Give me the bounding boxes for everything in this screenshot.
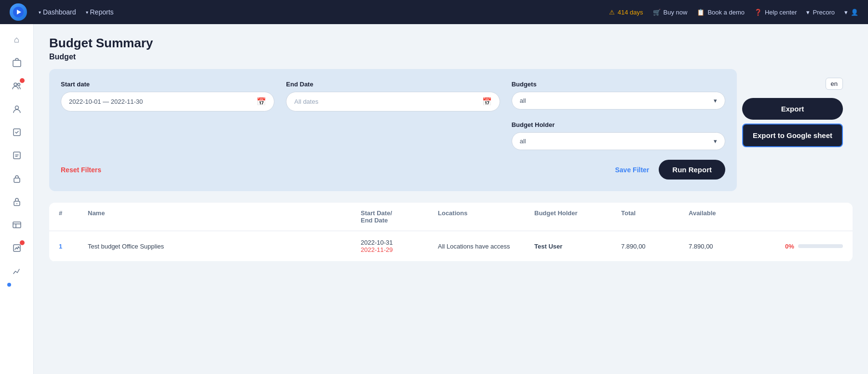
col-number: # (59, 209, 88, 224)
top-nav: ▾ Dashboard ▾ Reports ⚠ 414 days 🛒 Buy n… (0, 0, 868, 24)
book-demo-link[interactable]: 📋 Book a demo (697, 9, 745, 16)
export-button[interactable]: Export (742, 98, 843, 120)
trial-warning: ⚠ 414 days (609, 9, 643, 16)
sidebar-item-team[interactable] (7, 99, 27, 119)
trial-days: 414 days (618, 9, 643, 16)
budgets-chevron-icon: ▾ (714, 97, 717, 104)
users-badge (20, 78, 25, 83)
nav-right: ⚠ 414 days 🛒 Buy now 📋 Book a demo ❓ Hel… (609, 9, 858, 16)
row-budget-holder: Test User (534, 243, 621, 250)
end-date-label: End Date (286, 81, 500, 88)
sidebar-item-table[interactable] (7, 215, 27, 235)
user-icon-btn[interactable]: ▾ 👤 (844, 9, 858, 16)
sidebar-item-reports[interactable] (7, 146, 27, 165)
table-body: 1 Test budget Office Supplies 2022-10-31… (49, 231, 853, 262)
filter-panel: Start date 2022-10-01 — 2022-11-30 📅 End… (49, 69, 737, 191)
start-date-label: Start date (61, 81, 274, 88)
sidebar-item-lock[interactable] (7, 169, 27, 188)
col-budget-holder: Budget Holder (534, 209, 621, 224)
nav-reports[interactable]: ▾ Reports (86, 8, 114, 16)
start-date-calendar-icon: 📅 (257, 97, 266, 106)
table-row: 1 Test budget Office Supplies 2022-10-31… (49, 231, 853, 262)
svg-point-10 (16, 203, 17, 204)
section-title: Budget (49, 53, 853, 61)
svg-rect-8 (14, 178, 20, 182)
row-id[interactable]: 1 (59, 243, 88, 250)
filter-actions: Reset Filters Save Filter Run Report (61, 160, 725, 180)
help-icon: ❓ (754, 9, 762, 16)
account-chevron: ▾ (806, 9, 810, 16)
analytics-badge (20, 240, 25, 245)
help-center-label: Help center (765, 9, 797, 16)
end-date-input[interactable]: All dates 📅 (286, 92, 500, 111)
sidebar-item-tasks[interactable] (7, 123, 27, 142)
col-dates: Start Date/End Date (361, 209, 438, 224)
end-date-placeholder: All dates (294, 98, 318, 105)
sidebar-item-purchase[interactable] (7, 53, 27, 72)
help-center-link[interactable]: ❓ Help center (754, 9, 797, 16)
sidebar-item-chart[interactable] (7, 262, 27, 281)
dashboard-chevron: ▾ (39, 10, 41, 15)
row-total: 7.890,00 (621, 243, 689, 250)
budget-holder-label: Budget Holder (512, 121, 725, 128)
buy-now-link[interactable]: 🛒 Buy now (653, 9, 688, 16)
account-menu[interactable]: ▾ Precoro (806, 9, 835, 16)
main-content: Budget Summary Budget Start date 2022-10… (34, 24, 868, 374)
export-panel: Export Export to Google sheet (742, 98, 843, 147)
row-end-date: 2022-11-29 (361, 246, 438, 253)
svg-point-5 (15, 106, 18, 110)
nav-dashboard[interactable]: ▾ Dashboard (39, 8, 76, 16)
svg-rect-2 (13, 60, 21, 67)
budgets-group: Budgets all ▾ (512, 81, 725, 111)
filter-row2: Budget Holder all ▾ (61, 121, 725, 150)
budgets-value: all (520, 97, 526, 104)
account-label: Precoro (813, 9, 835, 16)
col-available: Available (689, 209, 785, 224)
cart-icon: 🛒 (653, 9, 661, 16)
sidebar-item-analytics[interactable] (7, 238, 27, 258)
user-chevron: ▾ (844, 9, 848, 16)
data-table: # Name Start Date/End Date Locations Bud… (49, 203, 853, 262)
budget-holder-value: all (520, 138, 526, 145)
filter-section-wrapper: Start date 2022-10-01 — 2022-11-30 📅 End… (49, 69, 737, 191)
budget-holder-chevron-icon: ▾ (714, 138, 717, 145)
export-google-sheet-button[interactable]: Export to Google sheet (742, 124, 843, 147)
language-badge[interactable]: en (826, 78, 843, 90)
row-available: 7.890,00 (689, 243, 785, 250)
row-progress-pct: 0% (785, 243, 794, 250)
filter-grid: Start date 2022-10-01 — 2022-11-30 📅 End… (61, 81, 725, 111)
buy-now-label: Buy now (664, 9, 688, 16)
budgets-select[interactable]: all ▾ (512, 92, 725, 110)
start-date-group: Start date 2022-10-01 — 2022-11-30 📅 (61, 81, 274, 111)
sidebar-item-home[interactable]: ⌂ (7, 30, 27, 49)
budget-holder-group: Budget Holder all ▾ (512, 121, 725, 150)
budgets-label: Budgets (512, 81, 725, 88)
book-demo-label: Book a demo (707, 9, 745, 16)
sidebar-item-users[interactable] (7, 76, 27, 96)
sidebar-item-lock2[interactable] (7, 192, 27, 211)
budget-holder-select[interactable]: all ▾ (512, 132, 725, 150)
run-report-button[interactable]: Run Report (659, 160, 725, 180)
app-logo[interactable] (10, 3, 27, 21)
col-total: Total (621, 209, 689, 224)
svg-rect-11 (13, 222, 21, 228)
reports-chevron: ▾ (86, 10, 88, 15)
col-locations: Locations (438, 209, 534, 224)
start-date-value: 2022-10-01 — 2022-11-30 (69, 98, 143, 105)
col-progress (785, 209, 843, 224)
warning-icon: ⚠ (609, 9, 615, 16)
reports-label: Reports (90, 8, 114, 16)
save-filter-button[interactable]: Save Filter (615, 166, 650, 174)
reset-filters-button[interactable]: Reset Filters (61, 166, 101, 174)
user-avatar-icon: 👤 (851, 9, 858, 16)
row-start-date: 2022-10-31 (361, 239, 438, 246)
table-header: # Name Start Date/End Date Locations Bud… (49, 203, 853, 231)
dashboard-label: Dashboard (43, 8, 76, 16)
col-name: Name (88, 209, 361, 224)
start-date-input[interactable]: 2022-10-01 — 2022-11-30 📅 (61, 92, 274, 111)
row-dates: 2022-10-31 2022-11-29 (361, 239, 438, 253)
sidebar: ⌂ (0, 24, 34, 374)
end-date-calendar-icon: 📅 (482, 97, 492, 106)
nav-links: ▾ Dashboard ▾ Reports (39, 8, 597, 16)
svg-point-4 (17, 83, 20, 86)
